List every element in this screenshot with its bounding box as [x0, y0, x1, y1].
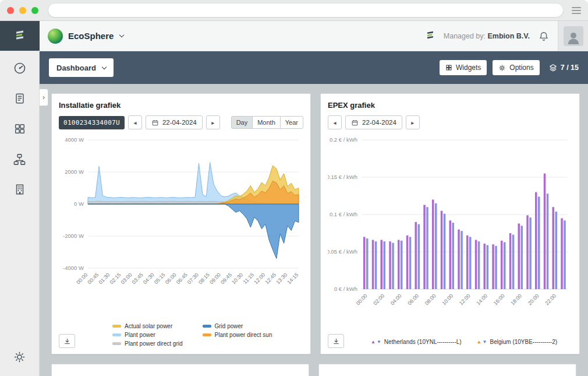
svg-text:02:15: 02:15 — [109, 272, 122, 285]
options-button[interactable]: Options — [493, 60, 539, 75]
range-year-button[interactable]: Year — [280, 116, 303, 129]
sidebar — [0, 51, 40, 376]
widget-row-partial — [51, 364, 576, 376]
svg-text:07:30: 07:30 — [186, 272, 200, 285]
partial-widget — [51, 364, 309, 376]
gear-icon — [498, 64, 506, 72]
managed-by-text: Managed by: Embion B.V. — [444, 32, 530, 40]
svg-text:02:00: 02:00 — [372, 293, 385, 306]
svg-text:06:00: 06:00 — [164, 272, 178, 285]
triangle-down-icon: ▼ — [377, 340, 381, 345]
svg-text:09:00: 09:00 — [208, 272, 222, 285]
calendar-icon — [351, 119, 359, 126]
download-icon — [332, 338, 340, 345]
device-id-badge[interactable]: 0100234334007U — [59, 116, 125, 129]
widget-row: Installatie grafiek 0100234334007U ◂ — [51, 93, 576, 354]
sidebar-expand-tab[interactable]: › — [40, 89, 48, 106]
sidebar-item-dashboard[interactable] — [12, 61, 27, 76]
widgets-button[interactable]: Widgets — [440, 60, 487, 75]
svg-text:06:45: 06:45 — [175, 272, 189, 285]
installatie-chart-wrap: 4000 W2000 W0 W-2000 W-4000 W00:0000:450… — [59, 133, 303, 298]
download-button[interactable] — [59, 334, 75, 348]
toolbar-right: Widgets Options 7 / 15 — [440, 60, 579, 75]
body-row: Dashboard Widgets — [0, 51, 588, 376]
sidebar-item-reports[interactable] — [12, 91, 27, 106]
range-day-button[interactable]: Day — [231, 116, 253, 129]
prev-date-button[interactable]: ◂ — [128, 115, 142, 129]
user-avatar[interactable] — [558, 21, 588, 51]
svg-text:12:00: 12:00 — [458, 293, 472, 306]
installatie-controls: 0100234334007U ◂ 22-04-2024 — [59, 115, 303, 129]
svg-text:2000 W: 2000 W — [65, 168, 84, 175]
legend-item: ▲▼Belgium (10YBE----------2) — [477, 339, 557, 345]
embion-logo-icon — [13, 29, 26, 44]
partial-widget — [318, 364, 576, 376]
zoom-button[interactable] — [31, 7, 38, 14]
widgets-icon — [445, 64, 452, 71]
svg-text:14:00: 14:00 — [475, 293, 488, 306]
date-picker-button[interactable]: 22-04-2024 — [146, 115, 203, 129]
legend-swatch — [203, 325, 211, 328]
browser-window: EcoSphere Managed by: Embion B.V. — [0, 0, 588, 376]
widgets-grid-icon — [13, 122, 26, 135]
sidebar-item-buildings[interactable] — [12, 182, 27, 197]
sidebar-item-widgets[interactable] — [12, 121, 27, 136]
chevron-down-icon — [119, 32, 124, 37]
svg-text:18:00: 18:00 — [509, 293, 523, 306]
minimize-button[interactable] — [19, 7, 26, 14]
url-bar[interactable] — [48, 3, 564, 17]
triangle-up-icon: ▲ — [477, 340, 481, 345]
dashboard-selector[interactable]: Dashboard — [49, 58, 114, 77]
range-month-button[interactable]: Month — [252, 116, 281, 129]
svg-text:10:00: 10:00 — [441, 293, 454, 306]
sitemap-icon — [13, 153, 26, 166]
svg-text:09:45: 09:45 — [219, 272, 233, 285]
sidebar-item-network[interactable] — [12, 152, 27, 167]
epex-controls: ◂ 22-04-2024 ▸ — [328, 115, 572, 129]
legend-item: ▲▼Netherlands (10YNL----------L) — [371, 339, 462, 345]
legend-swatch — [203, 333, 211, 336]
browser-menu-icon[interactable] — [572, 7, 581, 14]
close-button[interactable] — [7, 7, 14, 14]
next-date-button[interactable]: ▸ — [406, 115, 420, 129]
next-date-button[interactable]: ▸ — [206, 115, 220, 129]
embion-mark-icon — [425, 30, 435, 43]
svg-text:04:30: 04:30 — [142, 272, 155, 285]
installatie-chart: 4000 W2000 W0 W-2000 W-4000 W00:0000:450… — [59, 133, 303, 296]
browser-chrome — [0, 0, 588, 21]
installatie-footer: Actual solar powerPlant powerPlant power… — [59, 323, 303, 348]
svg-text:00:00: 00:00 — [75, 272, 88, 285]
sidebar-item-settings[interactable] — [12, 349, 27, 364]
notifications-bell-icon[interactable] — [538, 30, 550, 42]
legend-item: Plant power direct sun — [203, 332, 272, 338]
dashboard-toolbar: Dashboard Widgets — [40, 51, 588, 84]
svg-text:10:30: 10:30 — [231, 272, 244, 285]
svg-text:05:15: 05:15 — [153, 272, 167, 285]
content-area: › Installatie grafiek 0100234334007U ◂ — [40, 84, 588, 376]
installatie-widget: Installatie grafiek 0100234334007U ◂ — [51, 93, 311, 354]
svg-text:00:00: 00:00 — [355, 293, 369, 306]
range-toggle: Day Month Year — [231, 116, 303, 129]
date-picker-button[interactable]: 22-04-2024 — [345, 115, 402, 129]
download-icon — [63, 338, 71, 345]
embion-logo-block[interactable] — [0, 21, 40, 51]
ecosphere-logo-icon — [48, 29, 63, 44]
building-icon — [13, 183, 26, 196]
chevron-down-icon — [102, 65, 107, 69]
triangle-up-icon: ▲ — [371, 340, 376, 345]
brand[interactable]: EcoSphere — [40, 21, 123, 51]
gauge-icon — [13, 61, 27, 75]
svg-text:12:45: 12:45 — [264, 272, 277, 285]
svg-text:16:00: 16:00 — [493, 293, 506, 306]
header-right: Managed by: Embion B.V. — [425, 21, 588, 51]
main-area: Dashboard Widgets — [40, 51, 588, 376]
svg-text:0.15 € / kWh: 0.15 € / kWh — [328, 174, 357, 180]
legend-item: Plant power — [112, 332, 183, 338]
svg-text:08:15: 08:15 — [197, 272, 211, 285]
epex-widget: EPEX grafiek ◂ 22-04-2024 — [320, 93, 580, 354]
svg-text:03:00: 03:00 — [120, 272, 133, 285]
download-button[interactable] — [328, 334, 344, 348]
prev-date-button[interactable]: ◂ — [328, 115, 342, 129]
layers-icon — [549, 64, 557, 72]
svg-text:22:00: 22:00 — [544, 293, 557, 306]
